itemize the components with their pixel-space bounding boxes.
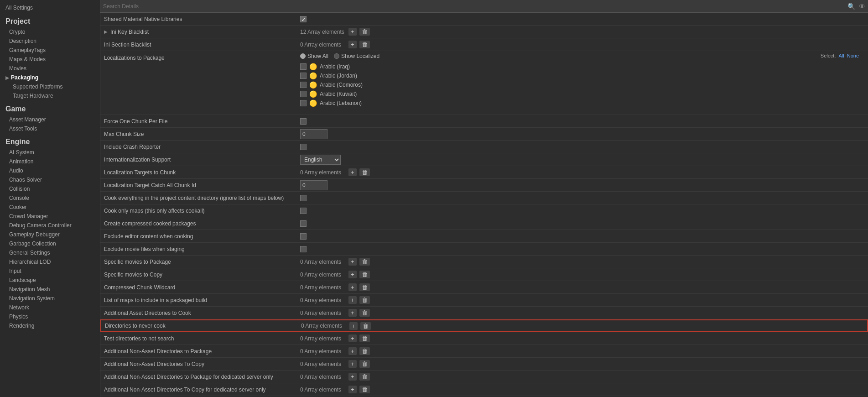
row-value-crash-reporter — [300, 144, 864, 150]
sidebar-item-description[interactable]: Description — [0, 37, 100, 46]
lang-label-arabic-iraq: Arabic (Iraq) — [320, 63, 350, 70]
select-none-link[interactable]: None — [847, 53, 859, 58]
row-maps-packaged-build: List of maps to include in a packaged bu… — [100, 294, 868, 307]
sidebar-item-asset-manager[interactable]: Asset Manager — [0, 115, 100, 124]
delete-asset-dirs-button[interactable]: 🗑 — [359, 309, 370, 317]
row-dirs-never-cook: Directories to never cook 0 Array elemen… — [100, 319, 868, 332]
row-value-max-chunk — [300, 129, 864, 139]
add-compressed-chunk-wc-button[interactable]: + — [348, 283, 357, 291]
sidebar-item-general-settings[interactable]: General Settings — [0, 248, 100, 257]
add-asset-dirs-button[interactable]: + — [348, 309, 357, 317]
sidebar-item-garbage-collection[interactable]: Garbage Collection — [0, 239, 100, 248]
row-label-exclude-editor: Exclude editor content when cooking — [104, 233, 300, 240]
delete-compressed-chunk-wc-button[interactable]: 🗑 — [359, 283, 370, 291]
sidebar-item-ai-system[interactable]: AI System — [0, 148, 100, 157]
radio-show-all[interactable]: Show All — [300, 53, 328, 59]
add-maps-packaged-button[interactable]: + — [348, 296, 357, 304]
sidebar-item-navigation-mesh[interactable]: Navigation Mesh — [0, 285, 100, 294]
delete-non-asset-copy-button[interactable]: 🗑 — [359, 360, 370, 368]
checkbox-cook-only-maps[interactable] — [300, 208, 307, 214]
checkbox-shared-material[interactable] — [300, 16, 307, 22]
add-specific-movies-copy-button[interactable]: + — [348, 271, 357, 278]
delete-ini-section-button[interactable]: 🗑 — [359, 41, 370, 48]
radio-show-localized[interactable]: Show Localized — [334, 53, 379, 59]
sidebar-item-animation[interactable]: Animation — [0, 157, 100, 166]
array-count-non-asset-pkg: 0 Array elements — [300, 348, 346, 355]
add-specific-movies-pkg-button[interactable]: + — [348, 258, 357, 266]
checkbox-arabic-comoros[interactable] — [300, 82, 307, 88]
row-value-cook-only-maps — [300, 208, 864, 214]
checkbox-arabic-jordan[interactable] — [300, 73, 307, 79]
row-value-specific-movies-copy: 0 Array elements + 🗑 — [300, 271, 864, 278]
delete-non-asset-pkg-button[interactable]: 🗑 — [359, 347, 370, 355]
sidebar-item-hierarchical-lod[interactable]: Hierarchical LOD — [0, 257, 100, 266]
delete-specific-movies-copy-button[interactable]: 🗑 — [359, 271, 370, 278]
checkbox-arabic-lebanon[interactable] — [300, 100, 307, 106]
sidebar-item-crypto[interactable]: Crypto — [0, 27, 100, 37]
row-value-loc-catch-all — [300, 180, 864, 190]
search-input[interactable] — [103, 3, 847, 10]
checkbox-arabic-kuwait[interactable] — [300, 91, 307, 97]
sidebar-item-debug-camera[interactable]: Debug Camera Controller — [0, 221, 100, 230]
checkbox-exclude-movie[interactable] — [300, 246, 307, 252]
checkbox-compressed-cooked[interactable] — [300, 220, 307, 227]
sidebar-item-asset-tools[interactable]: Asset Tools — [0, 124, 100, 133]
delete-ini-key-button[interactable]: 🗑 — [359, 28, 370, 36]
sidebar-item-gameplay-debugger[interactable]: Gameplay Debugger — [0, 230, 100, 239]
sidebar-item-input[interactable]: Input — [0, 266, 100, 276]
sidebar-item-network[interactable]: Network — [0, 303, 100, 312]
expand-arrow-icon[interactable]: ▶ — [104, 29, 108, 34]
sidebar-item-physics[interactable]: Physics — [0, 312, 100, 321]
radio-circle-show-all — [300, 53, 306, 59]
sidebar-item-cooker[interactable]: Cooker — [0, 203, 100, 212]
loc-catch-all-input[interactable] — [300, 180, 327, 190]
row-value-cook-everything — [300, 195, 864, 201]
select-all-link[interactable]: All — [838, 53, 844, 58]
intl-support-dropdown[interactable]: English EFIGS EFIGSCJK CJK All — [300, 155, 341, 165]
delete-maps-packaged-button[interactable]: 🗑 — [359, 296, 370, 304]
lang-label-arabic-jordan: Arabic (Jordan) — [320, 73, 357, 79]
checkbox-arabic-iraq[interactable] — [300, 63, 307, 70]
row-force-one-chunk: Force One Chunk Per File — [100, 115, 868, 128]
add-non-asset-pkg-button[interactable]: + — [348, 347, 357, 355]
checkbox-cook-everything[interactable] — [300, 195, 307, 201]
all-settings-link[interactable]: All Settings — [0, 3, 100, 13]
delete-dirs-never-cook-button[interactable]: 🗑 — [360, 322, 371, 330]
add-ini-section-button[interactable]: + — [348, 41, 357, 48]
sidebar-item-packaging[interactable]: ▶Packaging — [0, 73, 100, 82]
add-loc-targets-button[interactable]: + — [348, 168, 357, 176]
add-non-asset-copy-dedicated-button[interactable]: + — [348, 386, 357, 393]
sidebar-item-target-hardware[interactable]: Target Hardware — [0, 91, 100, 100]
add-ini-key-button[interactable]: + — [348, 28, 357, 36]
delete-loc-targets-button[interactable]: 🗑 — [359, 168, 370, 176]
sidebar-item-console[interactable]: Console — [0, 193, 100, 203]
sidebar-item-crowd-manager[interactable]: Crowd Manager — [0, 212, 100, 221]
delete-specific-movies-pkg-button[interactable]: 🗑 — [359, 258, 370, 266]
sidebar-item-movies[interactable]: Movies — [0, 64, 100, 73]
checkbox-force-chunk[interactable] — [300, 118, 307, 125]
checkbox-exclude-editor[interactable] — [300, 233, 307, 240]
add-dirs-never-cook-button[interactable]: + — [349, 322, 358, 330]
delete-test-dirs-button[interactable]: 🗑 — [359, 334, 370, 342]
sidebar-item-supported-platforms[interactable]: Supported Platforms — [0, 82, 100, 91]
sidebar-item-gameplaytags[interactable]: GameplayTags — [0, 46, 100, 55]
sidebar-item-audio[interactable]: Audio — [0, 166, 100, 175]
row-label-ini-key: ▶ Ini Key Blacklist — [104, 29, 300, 35]
add-test-dirs-button[interactable]: + — [348, 334, 357, 342]
sidebar-item-landscape[interactable]: Landscape — [0, 276, 100, 285]
select-label: Select: — [821, 53, 836, 58]
delete-non-asset-pkg-dedicated-button[interactable]: 🗑 — [359, 373, 370, 381]
lang-label-arabic-kuwait: Arabic (Kuwait) — [320, 91, 357, 97]
sidebar-item-navigation-system[interactable]: Navigation System — [0, 294, 100, 303]
sidebar-item-collision[interactable]: Collision — [0, 184, 100, 193]
max-chunk-size-input[interactable] — [300, 129, 327, 139]
delete-non-asset-copy-dedicated-button[interactable]: 🗑 — [359, 386, 370, 393]
lang-item-arabic-comoros: 🟡 Arabic (Comoros) — [300, 80, 864, 89]
add-non-asset-pkg-dedicated-button[interactable]: + — [348, 373, 357, 381]
checkbox-crash-reporter[interactable] — [300, 144, 307, 150]
row-label-non-asset-copy-dedicated: Additional Non-Asset Directories To Copy… — [104, 387, 300, 393]
sidebar-item-chaos-solver[interactable]: Chaos Solver — [0, 175, 100, 184]
add-non-asset-copy-button[interactable]: + — [348, 360, 357, 368]
sidebar-item-rendering[interactable]: Rendering — [0, 321, 100, 330]
sidebar-item-maps-modes[interactable]: Maps & Modes — [0, 55, 100, 64]
